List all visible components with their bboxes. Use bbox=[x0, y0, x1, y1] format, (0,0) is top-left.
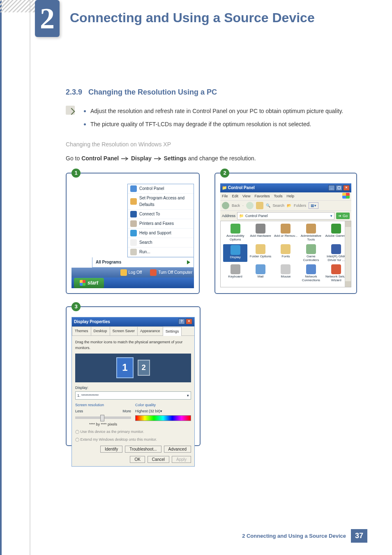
cq-label: Color quality bbox=[135, 403, 156, 407]
menu-view[interactable]: View bbox=[242, 193, 250, 199]
minimize-button[interactable]: _ bbox=[328, 185, 335, 191]
logoff-button[interactable]: Log Off bbox=[120, 269, 142, 276]
taskbar[interactable]: start bbox=[71, 278, 194, 288]
advanced-button[interactable]: Advanced bbox=[164, 446, 191, 453]
label: Go bbox=[343, 214, 348, 218]
cp-item[interactable]: Game Controllers bbox=[299, 244, 323, 262]
cp-item[interactable]: Folder Options bbox=[248, 244, 272, 262]
menu-item[interactable]: Connect To bbox=[128, 210, 194, 219]
tab-desktop[interactable]: Desktop bbox=[91, 326, 110, 335]
extend-desktop-checkbox[interactable]: ◯ Extend my Windows desktop onto this mo… bbox=[75, 437, 191, 442]
search-icon[interactable]: 🔍 bbox=[266, 203, 270, 208]
cp-item-icon bbox=[231, 264, 240, 274]
help-button[interactable]: ? bbox=[178, 319, 185, 324]
cp-item[interactable]: Network Connections bbox=[299, 264, 323, 282]
value: Highest (32 bit) bbox=[135, 409, 160, 413]
cp-item-icon bbox=[331, 244, 341, 254]
monitor-1[interactable]: 1 bbox=[116, 357, 133, 378]
menu-item-label: Connect To bbox=[139, 211, 160, 217]
maximize-button[interactable]: ▢ bbox=[336, 185, 342, 191]
up-button[interactable] bbox=[256, 202, 263, 209]
tab-settings[interactable]: Settings bbox=[163, 327, 182, 335]
views-button[interactable]: ▦▾ bbox=[309, 202, 318, 209]
screenshot-control-panel: 2 📁 Control Panel _ ▢ × FileEditViewFavo… bbox=[214, 173, 357, 294]
start-menu: Control PanelSet Program Access and Defa… bbox=[71, 184, 194, 288]
label: Use this device as the primary monitor. bbox=[81, 430, 144, 434]
forward-button[interactable] bbox=[246, 202, 254, 209]
menu-item-icon bbox=[130, 239, 137, 246]
app-icon: 📁 bbox=[222, 185, 228, 190]
label: Log Off bbox=[129, 269, 142, 276]
back-label: Back bbox=[232, 203, 240, 208]
cp-item-icon bbox=[281, 244, 291, 254]
display-select[interactable]: 1. ************▾ bbox=[75, 391, 191, 400]
address-field[interactable]: 📁Control Panel▾ bbox=[237, 212, 334, 220]
menu-item[interactable]: Printers and Faxes bbox=[128, 219, 194, 229]
menu-file[interactable]: File bbox=[222, 193, 228, 199]
screenshot-row-2: 3 Display Properties ? × ThemesDesktopSc… bbox=[66, 306, 357, 446]
cp-item[interactable]: Mail bbox=[248, 264, 272, 282]
menu-item[interactable]: Search bbox=[128, 238, 194, 247]
less-label: Less bbox=[75, 408, 83, 414]
label: Extend my Windows desktop onto this moni… bbox=[81, 437, 157, 442]
menu-item[interactable]: Set Program Access and Defaults bbox=[128, 194, 194, 210]
turnoff-button[interactable]: Turn Off Computer bbox=[150, 269, 192, 276]
cp-item[interactable]: Accessibility Options bbox=[223, 224, 247, 242]
ok-button[interactable]: OK bbox=[130, 456, 145, 463]
menu-tools[interactable]: Tools bbox=[274, 193, 282, 199]
menu-favorites[interactable]: Favorites bbox=[254, 193, 270, 199]
color-quality-select[interactable]: Highest (32 bit)▾ bbox=[135, 408, 191, 414]
monitor-2[interactable]: 2 bbox=[138, 360, 150, 376]
cp-item[interactable]: Display bbox=[223, 244, 247, 262]
cp-item-icon bbox=[281, 224, 291, 234]
close-button[interactable]: × bbox=[186, 319, 192, 324]
menu-item[interactable]: Help and Support bbox=[128, 229, 194, 238]
dialog-titlebar: Display Properties ? × bbox=[72, 317, 194, 326]
all-programs-button[interactable]: All Programs bbox=[92, 257, 194, 268]
cp-item-icon bbox=[331, 264, 341, 274]
cp-item[interactable]: Add or Remov... bbox=[274, 224, 298, 242]
bullet-list: Adjust the resolution and refresh rate i… bbox=[83, 106, 343, 132]
window-titlebar: 📁 Control Panel _ ▢ × bbox=[220, 183, 351, 192]
menu-item-icon bbox=[130, 198, 137, 205]
screenshot-display-properties: 3 Display Properties ? × ThemesDesktopSc… bbox=[66, 306, 201, 446]
menu-item[interactable]: Control Panel bbox=[128, 184, 194, 194]
cp-item[interactable]: Keyboard bbox=[223, 264, 247, 282]
scrollbar[interactable] bbox=[345, 221, 351, 287]
close-button[interactable]: × bbox=[343, 185, 350, 191]
resolution-slider[interactable] bbox=[75, 416, 131, 419]
monitor-arrangement[interactable]: 1 2 bbox=[75, 354, 191, 382]
identify-button[interactable]: Identify bbox=[100, 446, 122, 453]
footer-text: 2 Connecting and Using a Source Device bbox=[242, 533, 346, 539]
slider-thumb[interactable] bbox=[100, 415, 104, 421]
page: 2 Connecting and Using a Source Device 2… bbox=[0, 0, 392, 555]
back-button[interactable] bbox=[222, 202, 229, 209]
step-badge: 1 bbox=[71, 169, 81, 178]
chevron-down-icon: ▾ bbox=[160, 409, 162, 413]
tab-appearance[interactable]: Appearance bbox=[137, 326, 163, 335]
cp-item[interactable]: Fonts bbox=[274, 244, 298, 262]
cp-item[interactable]: Administrative Tools bbox=[299, 224, 323, 242]
folders-icon[interactable]: 📂 bbox=[287, 203, 291, 208]
primary-monitor-checkbox[interactable]: ◯ Use this device as the primary monitor… bbox=[75, 429, 191, 435]
cancel-button[interactable]: Cancel bbox=[148, 456, 169, 463]
start-button[interactable]: start bbox=[74, 278, 104, 288]
menu-edit[interactable]: Edit bbox=[232, 193, 239, 199]
cp-item[interactable]: Mouse bbox=[274, 264, 298, 282]
left-rule bbox=[30, 0, 30, 555]
cp-item[interactable]: Add Hardware bbox=[248, 224, 272, 242]
troubleshoot-button[interactable]: Troubleshoot... bbox=[125, 446, 161, 453]
apply-button[interactable]: Apply bbox=[172, 456, 191, 463]
go-button[interactable]: ➔ Go bbox=[336, 213, 350, 219]
tab-themes[interactable]: Themes bbox=[72, 326, 91, 335]
menu-item[interactable]: Run... bbox=[128, 247, 194, 257]
cp-item-label: Network Connections bbox=[299, 275, 323, 282]
tab-screen-saver[interactable]: Screen Saver bbox=[110, 326, 138, 335]
logoff-row: Log Off Turn Off Computer bbox=[71, 268, 194, 278]
cp-item-icon bbox=[306, 224, 316, 234]
control-panel-body: Accessibility OptionsAdd HardwareAdd or … bbox=[220, 221, 351, 287]
menu-item-icon bbox=[130, 211, 137, 217]
address-value: Control Panel bbox=[245, 213, 268, 219]
menu-help[interactable]: Help bbox=[286, 193, 294, 199]
chevron-down-icon[interactable]: ▾ bbox=[330, 213, 332, 219]
